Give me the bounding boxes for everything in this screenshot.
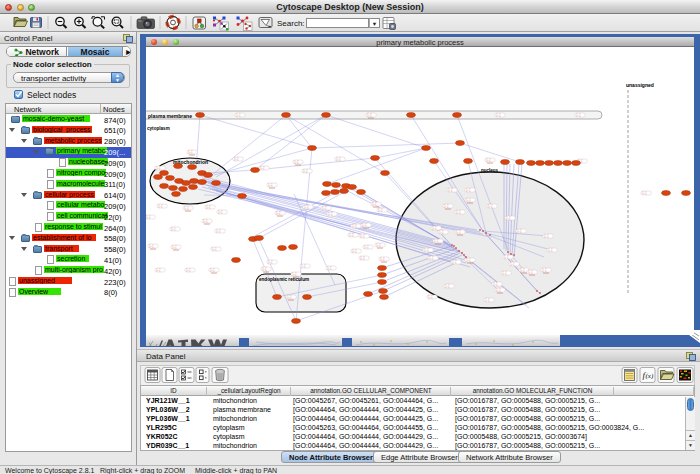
- svg-text:[...]: [...]: [545, 234, 549, 238]
- svg-text:[...]: [...]: [521, 268, 525, 272]
- svg-text:[...]: [...]: [328, 266, 332, 270]
- svg-text:[...]: [...]: [453, 260, 457, 264]
- svg-text:[...]: [...]: [457, 210, 461, 214]
- svg-text:[...]: [...]: [147, 215, 151, 219]
- svg-text:[...]: [...]: [159, 204, 163, 208]
- svg-text:[...]: [...]: [172, 227, 176, 231]
- svg-text:[...]: [...]: [350, 233, 354, 237]
- svg-text:[...]: [...]: [457, 230, 461, 234]
- svg-text:cytoplasm: cytoplasm: [147, 126, 170, 131]
- svg-text:[...]: [...]: [157, 166, 161, 170]
- svg-text:[...]: [...]: [213, 247, 217, 251]
- svg-text:[...]: [...]: [235, 157, 239, 161]
- svg-text:plasma membrane: plasma membrane: [148, 113, 192, 119]
- svg-text:[...]: [...]: [549, 248, 553, 252]
- svg-text:[...]: [...]: [189, 150, 193, 154]
- svg-text:[...]: [...]: [263, 267, 267, 271]
- svg-text:[...]: [...]: [261, 166, 265, 170]
- svg-text:[...]: [...]: [577, 113, 581, 117]
- svg-text:[...]: [...]: [373, 202, 377, 206]
- svg-text:[...]: [...]: [497, 288, 501, 292]
- svg-text:[...]: [...]: [467, 188, 471, 192]
- svg-text:[...]: [...]: [305, 205, 309, 209]
- svg-text:endoplasmic reticulum: endoplasmic reticulum: [259, 277, 309, 282]
- svg-text:[...]: [...]: [381, 257, 385, 261]
- svg-text:[...]: [...]: [511, 262, 515, 266]
- svg-text:[...]: [...]: [643, 191, 647, 195]
- svg-text:unassigned: unassigned: [626, 82, 654, 88]
- svg-text:[...]: [...]: [486, 298, 490, 302]
- svg-text:[...]: [...]: [304, 169, 308, 173]
- svg-text:[...]: [...]: [337, 157, 341, 161]
- svg-text:nucleus: nucleus: [481, 168, 499, 173]
- svg-text:[...]: [...]: [329, 212, 333, 216]
- svg-text:[...]: [...]: [467, 258, 471, 262]
- svg-text:[...]: [...]: [507, 216, 511, 220]
- svg-text:[...]: [...]: [277, 211, 281, 215]
- svg-text:[...]: [...]: [353, 224, 357, 228]
- svg-text:[...]: [...]: [211, 268, 215, 272]
- svg-text:[...]: [...]: [377, 243, 381, 247]
- svg-text:[...]: [...]: [269, 183, 273, 187]
- svg-text:[...]: [...]: [237, 113, 241, 117]
- svg-text:[...]: [...]: [429, 295, 433, 299]
- svg-text:[...]: [...]: [293, 272, 297, 276]
- svg-text:[...]: [...]: [543, 268, 547, 272]
- svg-text:[...]: [...]: [363, 223, 367, 227]
- svg-text:[...]: [...]: [185, 206, 189, 210]
- svg-text:[...]: [...]: [487, 158, 491, 162]
- svg-text:[...]: [...]: [207, 205, 211, 209]
- svg-text:(x): (x): [646, 372, 654, 380]
- svg-text:[...]: [...]: [217, 229, 221, 233]
- svg-text:[...]: [...]: [204, 219, 208, 223]
- svg-text:[...]: [...]: [187, 268, 191, 272]
- svg-text:[...]: [...]: [489, 204, 493, 208]
- svg-text:[...]: [...]: [505, 255, 509, 259]
- svg-text:[...]: [...]: [440, 230, 444, 234]
- svg-text:[...]: [...]: [288, 295, 292, 299]
- svg-text:[...]: [...]: [467, 198, 471, 202]
- svg-text:[...]: [...]: [353, 249, 357, 253]
- svg-text:[...]: [...]: [365, 245, 369, 249]
- svg-text:[...]: [...]: [445, 204, 449, 208]
- svg-text:[...]: [...]: [449, 188, 453, 192]
- svg-text:[...]: [...]: [430, 256, 434, 260]
- svg-text:[...]: [...]: [529, 270, 533, 274]
- svg-text:[...]: [...]: [446, 284, 450, 288]
- svg-text:[...]: [...]: [361, 256, 365, 260]
- svg-text:[...]: [...]: [425, 248, 429, 252]
- svg-text:[...]: [...]: [302, 264, 306, 268]
- svg-text:[...]: [...]: [435, 239, 439, 243]
- svg-text:[...]: [...]: [368, 113, 372, 117]
- svg-text:[...]: [...]: [503, 271, 507, 275]
- svg-text:[...]: [...]: [518, 229, 522, 233]
- svg-text:[...]: [...]: [269, 260, 273, 264]
- svg-text:[...]: [...]: [295, 160, 299, 164]
- svg-text:[...]: [...]: [494, 282, 498, 286]
- svg-text:[...]: [...]: [219, 210, 223, 214]
- svg-text:[...]: [...]: [150, 244, 154, 248]
- svg-text:[...]: [...]: [497, 113, 501, 117]
- svg-text:[...]: [...]: [361, 234, 365, 238]
- svg-text:[...]: [...]: [379, 208, 383, 212]
- svg-text:[...]: [...]: [157, 268, 161, 272]
- svg-text:[...]: [...]: [323, 206, 327, 210]
- svg-text:[...]: [...]: [173, 245, 177, 249]
- svg-text:[...]: [...]: [433, 226, 437, 230]
